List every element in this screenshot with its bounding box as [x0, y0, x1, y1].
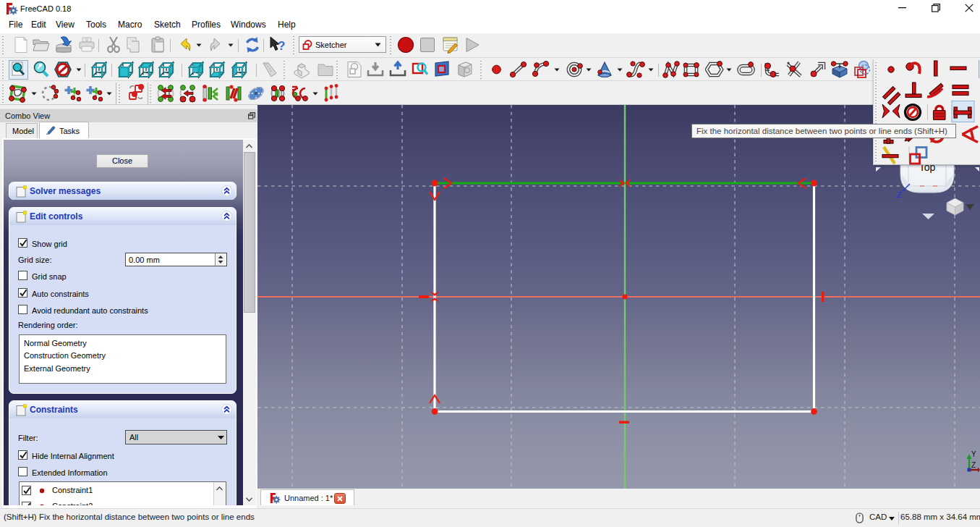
- svg-text:?: ?: [278, 39, 285, 53]
- svg-text:Z: Z: [896, 190, 903, 199]
- svg-text:Z: Z: [971, 461, 976, 469]
- svg-text:Y: Y: [971, 450, 976, 458]
